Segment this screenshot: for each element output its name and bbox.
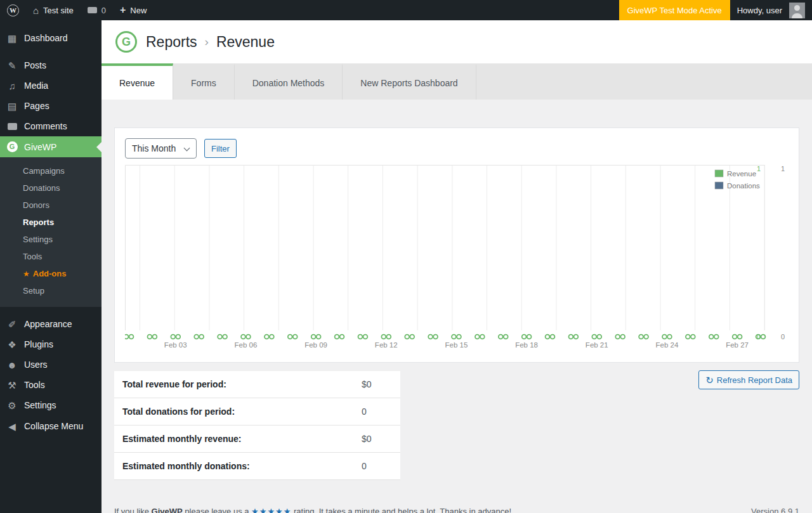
filter-button[interactable]: Filter xyxy=(204,139,237,158)
stat-value: 0 xyxy=(362,461,392,471)
tab-new-reports-dashboard[interactable]: New Reports Dashboard xyxy=(343,63,476,100)
givewp-test-mode-badge[interactable]: GiveWP Test Mode Active xyxy=(619,0,730,20)
submenu-item-campaigns[interactable]: Campaigns xyxy=(0,162,102,179)
sidebar-item-comments[interactable]: Comments xyxy=(0,116,102,136)
tab-donation-methods[interactable]: Donation Methods xyxy=(235,63,343,100)
svg-text:1: 1 xyxy=(781,165,785,172)
sidebar-item-label: Comments xyxy=(24,121,67,131)
submenu-item-setup[interactable]: Setup xyxy=(0,282,102,299)
breadcrumb-separator: › xyxy=(205,35,209,49)
dashboard-icon: ▦ xyxy=(6,34,18,43)
sidebar-item-label: Appearance xyxy=(24,319,72,329)
refresh-button-label: Refresh Report Data xyxy=(717,375,792,385)
new-content-menu[interactable]: + New xyxy=(113,0,154,20)
stat-value: 0 xyxy=(362,406,392,417)
givewp-logo-icon: G xyxy=(115,31,137,53)
wordpress-menu[interactable]: W xyxy=(0,0,26,20)
svg-text:Feb 24: Feb 24 xyxy=(656,341,679,349)
tab-revenue[interactable]: Revenue xyxy=(102,63,173,100)
sidebar-item-dashboard[interactable]: ▦Dashboard xyxy=(0,28,102,48)
plus-icon: + xyxy=(120,5,126,15)
sidebar-item-media[interactable]: ♫Media xyxy=(0,75,102,96)
tab-forms[interactable]: Forms xyxy=(173,63,235,100)
stat-label: Estimated monthly revenue: xyxy=(122,434,362,444)
stat-value: $0 xyxy=(362,434,392,444)
submenu-item-settings[interactable]: Settings xyxy=(0,231,102,248)
submenu-item-label: Reports xyxy=(23,218,54,227)
sidebar-item-label: Settings xyxy=(24,400,56,410)
breadcrumb-revenue: Revenue xyxy=(216,34,275,51)
revenue-chart-svg: Feb 03Feb 06Feb 09Feb 12Feb 15Feb 18Feb … xyxy=(125,165,786,350)
submenu-item-label: Settings xyxy=(23,235,53,244)
rating-brand: GiveWP xyxy=(152,507,183,513)
submenu-item-label: Campaigns xyxy=(23,166,65,176)
admin-bar: W ⌂ Test site 0 + New GiveWP Test Mode A… xyxy=(0,0,812,20)
svg-text:Feb 09: Feb 09 xyxy=(304,341,327,349)
refresh-report-data-button[interactable]: ↻ Refresh Report Data xyxy=(698,370,799,389)
stats-section: Total revenue for period:$0Total donatio… xyxy=(114,370,799,480)
submenu-item-tools[interactable]: Tools xyxy=(0,248,102,265)
sidebar-item-label: GiveWP xyxy=(24,142,56,152)
stat-value: $0 xyxy=(362,379,392,389)
submenu-item-label: Setup xyxy=(23,286,44,295)
star-icon: ★ xyxy=(23,269,30,278)
stat-row: Estimated monthly donations:0 xyxy=(114,453,400,480)
breadcrumb-reports[interactable]: Reports xyxy=(146,34,197,51)
svg-text:Feb 06: Feb 06 xyxy=(235,341,258,349)
menu-separator xyxy=(0,307,102,314)
posts-icon: ✎ xyxy=(6,61,18,70)
sidebar-item-users[interactable]: ☻Users xyxy=(0,354,102,375)
svg-text:Feb 12: Feb 12 xyxy=(375,341,398,349)
plugins-icon: ❖ xyxy=(6,340,18,349)
submenu-item-add-ons[interactable]: ★Add-ons xyxy=(0,265,102,282)
stat-label: Estimated monthly donations: xyxy=(122,461,362,471)
sidebar-item-appearance[interactable]: ✐Appearance xyxy=(0,314,102,334)
howdy-label: Howdy, user xyxy=(737,6,782,15)
sidebar-item-label: Plugins xyxy=(24,339,53,349)
sidebar-item-givewp[interactable]: GGiveWP xyxy=(0,136,102,157)
svg-text:0: 0 xyxy=(781,333,785,341)
admin-bar-right: GiveWP Test Mode Active Howdy, user xyxy=(619,0,812,20)
sidebar-item-label: Users xyxy=(24,360,48,370)
site-name-label: Test site xyxy=(43,6,74,15)
site-name-link[interactable]: ⌂ Test site xyxy=(26,0,81,20)
wordpress-logo-icon: W xyxy=(7,4,19,16)
submenu-item-label: Tools xyxy=(23,252,42,261)
svg-text:Donations: Donations xyxy=(727,182,760,190)
sidebar-item-label: Pages xyxy=(24,101,49,111)
collapse-menu-label: Collapse Menu xyxy=(24,421,83,431)
comments-count: 0 xyxy=(102,6,106,15)
svg-text:Feb 18: Feb 18 xyxy=(515,341,538,349)
period-select[interactable]: This Month xyxy=(125,138,197,159)
rating-prefix: If you like xyxy=(114,507,149,513)
rating-middle: please leave us a xyxy=(185,507,249,513)
settings-icon: ⚙ xyxy=(6,401,18,410)
collapse-menu-button[interactable]: ◀ Collapse Menu xyxy=(0,416,102,436)
sidebar-item-plugins[interactable]: ❖Plugins xyxy=(0,334,102,354)
submenu-item-donors[interactable]: Donors xyxy=(0,197,102,214)
submenu-item-reports[interactable]: Reports xyxy=(0,214,102,231)
submenu-item-label: Donations xyxy=(23,183,60,193)
submenu-item-label: Donors xyxy=(23,200,49,210)
sidebar-item-pages[interactable]: ▤Pages xyxy=(0,96,102,116)
svg-text:Feb 21: Feb 21 xyxy=(586,341,608,349)
comments-shortcut[interactable]: 0 xyxy=(81,0,113,20)
sidebar-item-label: Tools xyxy=(24,380,45,390)
sidebar-item-tools[interactable]: ⚒Tools xyxy=(0,375,102,395)
breadcrumb: Reports › Revenue xyxy=(146,34,275,51)
sidebar-item-settings[interactable]: ⚙Settings xyxy=(0,395,102,415)
account-menu[interactable]: Howdy, user xyxy=(730,0,812,20)
version-label: Version 6.9.1 xyxy=(751,507,799,513)
revenue-chart: Feb 03Feb 06Feb 09Feb 12Feb 15Feb 18Feb … xyxy=(125,165,789,352)
stat-row: Total revenue for period:$0 xyxy=(114,371,400,398)
rating-stars-link[interactable]: ★★★★★ xyxy=(251,507,291,513)
sidebar-item-label: Media xyxy=(24,81,48,91)
sidebar-item-posts[interactable]: ✎Posts xyxy=(0,55,102,75)
comment-bubble-icon xyxy=(88,7,97,13)
submenu-item-donations[interactable]: Donations xyxy=(0,179,102,197)
chevron-down-icon xyxy=(184,145,190,152)
menu-separator xyxy=(0,48,102,55)
admin-menu: ▦Dashboard✎Posts♫Media▤PagesCommentsGGiv… xyxy=(0,28,102,415)
sidebar-item-label: Posts xyxy=(24,60,46,70)
pages-icon: ▤ xyxy=(6,101,18,111)
